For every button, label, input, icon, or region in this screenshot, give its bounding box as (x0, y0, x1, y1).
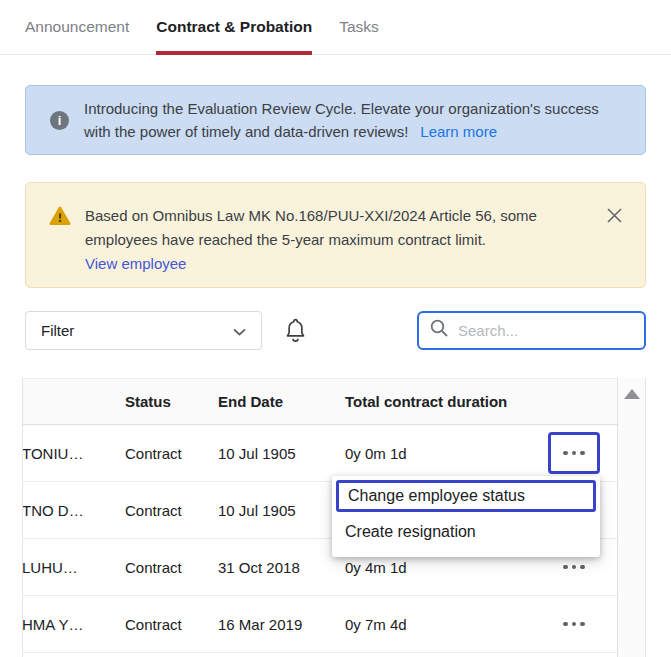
tab-contract-probation[interactable]: Contract & Probation (156, 0, 312, 55)
table-row: TONIU… Contract 10 Jul 1905 0y 0m 1d (23, 425, 617, 482)
info-banner-text: Introducing the Evaluation Review Cycle.… (84, 100, 599, 140)
cell-status: Contract (125, 559, 218, 576)
cell-employee-name: LUHU… (23, 559, 125, 576)
cell-status: Contract (125, 502, 218, 519)
row-actions-button[interactable] (548, 432, 600, 475)
cell-status: Contract (125, 445, 218, 462)
row-actions-button[interactable] (548, 603, 600, 646)
col-header-end-date: End Date (218, 393, 345, 410)
search-input[interactable] (458, 322, 634, 339)
cell-duration: 0y 0m 1d (345, 445, 531, 462)
filter-dropdown[interactable]: Filter (25, 311, 262, 350)
warning-banner: Based on Omnibus Law MK No.168/PUU-XXI/2… (25, 182, 646, 288)
cell-employee-name: TNO D… (23, 502, 125, 519)
bell-icon[interactable] (282, 316, 309, 345)
cell-end-date: 31 Oct 2018 (218, 559, 345, 576)
cell-status: Contract (125, 616, 218, 633)
close-icon[interactable] (603, 204, 625, 226)
cell-employee-name: HMA Y… (23, 616, 125, 633)
col-header-status: Status (125, 393, 218, 410)
info-icon: i (50, 111, 69, 130)
info-banner: i Introducing the Evaluation Review Cycl… (25, 85, 646, 155)
more-actions-icon (563, 565, 568, 570)
tab-tasks[interactable]: Tasks (339, 0, 379, 55)
context-menu-item[interactable]: Change employee status (336, 480, 596, 512)
cell-duration: 0y 7m 4d (345, 616, 531, 633)
filter-label: Filter (41, 322, 74, 339)
more-actions-icon (563, 622, 568, 627)
view-employee-link[interactable]: View employee (85, 252, 186, 276)
cell-end-date: 16 Mar 2019 (218, 616, 345, 633)
table-row: HMA Y… Contract 16 Mar 2019 0y 7m 4d (23, 596, 617, 653)
table-scrollbar (617, 378, 646, 657)
cell-employee-name: TONIU… (23, 445, 125, 462)
warning-banner-text: Based on Omnibus Law MK No.168/PUU-XXI/2… (85, 207, 537, 248)
search-icon (429, 318, 449, 342)
tab-announcement[interactable]: Announcement (25, 0, 129, 55)
row-context-menu: Change employee status Create resignatio… (332, 476, 600, 557)
table-controls: Filter (25, 310, 646, 350)
learn-more-link[interactable]: Learn more (420, 123, 497, 140)
warning-icon (49, 206, 71, 230)
tab-bar: Announcement Contract & Probation Tasks (0, 0, 671, 55)
search-box (417, 311, 646, 350)
scroll-up-icon[interactable] (624, 389, 640, 399)
context-menu-item[interactable]: Create resignation (332, 514, 600, 550)
table-header-row: Status End Date Total contract duration (23, 379, 617, 425)
col-header-duration: Total contract duration (345, 393, 531, 410)
cell-duration: 0y 4m 1d (345, 559, 531, 576)
cell-end-date: 10 Jul 1905 (218, 502, 345, 519)
more-actions-icon (563, 451, 568, 456)
contract-probation-page: Announcement Contract & Probation Tasks … (0, 0, 671, 657)
cell-end-date: 10 Jul 1905 (218, 445, 345, 462)
chevron-down-icon (233, 322, 246, 339)
